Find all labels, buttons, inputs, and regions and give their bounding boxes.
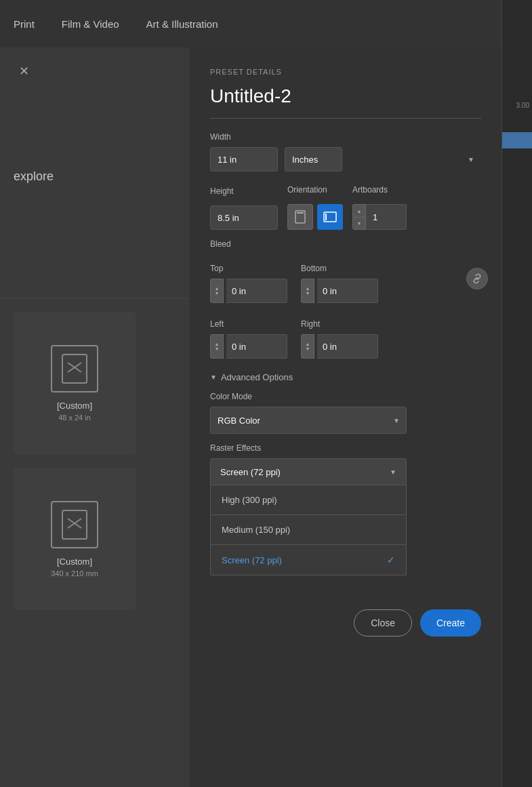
bleed-top-label: Top [210, 264, 287, 273]
bleed-right-label: Right [301, 319, 378, 329]
dialog-footer: Close Create [210, 596, 481, 637]
artboards-group: Artboards ▲ ▼ [352, 176, 407, 230]
bleed-left-spinner[interactable]: ▲ ▼ [210, 334, 224, 359]
preset-details-label: PRESET DETAILS [210, 68, 481, 76]
bleed-bottom-input-row: ▲ ▼ [301, 279, 378, 303]
bleed-left-input[interactable] [226, 334, 287, 359]
sidebar-divider [0, 298, 190, 299]
nav-print[interactable]: Print [14, 18, 35, 30]
left-sidebar: ✕ explore [Custom] 48 x 24 in [Custom] 3… [0, 47, 190, 787]
bleed-section: Bleed Top ▲ ▼ Bottom ▲ ▼ [210, 239, 481, 359]
svg-rect-9 [325, 214, 327, 220]
bleed-top-group: Top ▲ ▼ [210, 254, 287, 303]
bleed-left-group: Left ▲ ▼ [210, 310, 287, 359]
raster-option-high[interactable]: High (300 ppi) [211, 485, 406, 514]
raster-dropdown-selected[interactable]: Screen (72 ppi) ▼ [210, 458, 407, 485]
create-button[interactable]: Create [420, 609, 481, 637]
right-ruler: 3.00 [502, 0, 532, 787]
preset-card-2-label: [Custom] [57, 557, 92, 567]
unit-select-wrapper: Inches Pixels Millimeters Points [285, 147, 481, 171]
preset-card-2[interactable]: [Custom] 340 x 210 mm [14, 468, 136, 610]
bleed-bottom-label: Bottom [301, 264, 378, 273]
artboards-increment-btn[interactable]: ▲ [352, 204, 366, 217]
raster-option-screen-label: Screen (72 ppi) [222, 555, 282, 565]
artboards-label: Artboards [352, 185, 407, 195]
raster-check-icon: ✓ [387, 554, 395, 565]
raster-dropdown-list: High (300 ppi) Medium (150 ppi) Screen (… [210, 485, 407, 576]
artboards-spinner: ▲ ▼ [352, 204, 407, 230]
bleed-right-spinner[interactable]: ▲ ▼ [301, 334, 314, 359]
advanced-options-label: Advanced Options [221, 372, 293, 382]
svg-rect-0 [62, 355, 87, 383]
preset-card-1-icon [51, 345, 98, 392]
raster-option-high-label: High (300 ppi) [222, 495, 277, 505]
color-mode-section: Color Mode RGB Color CMYK Color ▼ [210, 392, 481, 434]
height-input[interactable] [210, 205, 278, 230]
bleed-top-input[interactable] [226, 279, 287, 303]
bleed-top-input-row: ▲ ▼ [210, 279, 287, 303]
raster-dropdown: Screen (72 ppi) ▼ High (300 ppi) Medium … [210, 458, 481, 576]
dialog-panel: PRESET DETAILS Untitled-2 Width Inches P… [190, 47, 502, 787]
bleed-bottom-spinner[interactable]: ▲ ▼ [301, 279, 314, 303]
preset-card-2-icon [51, 501, 98, 548]
bleed-label: Bleed [210, 239, 481, 249]
advanced-arrow-icon: ▼ [210, 374, 217, 381]
bleed-top-spinner[interactable]: ▲ ▼ [210, 279, 224, 303]
height-label: Height [210, 186, 278, 196]
raster-option-medium[interactable]: Medium (150 ppi) [211, 515, 406, 544]
width-label: Width [210, 132, 481, 142]
color-mode-label: Color Mode [210, 392, 481, 401]
artboards-spin-buttons: ▲ ▼ [352, 204, 366, 230]
bleed-link-btn[interactable] [466, 268, 488, 289]
orientation-label: Orientation [287, 185, 343, 195]
raster-chevron-icon: ▼ [390, 468, 396, 476]
close-icon[interactable]: ✕ [14, 61, 34, 81]
preset-card-1-label: [Custom] [57, 401, 92, 411]
bleed-right-input-row: ▲ ▼ [301, 334, 378, 359]
svg-rect-3 [62, 510, 87, 539]
nav-art-illustration[interactable]: Art & Illustration [146, 18, 218, 30]
portrait-orientation-btn[interactable] [287, 204, 313, 230]
advanced-options-toggle[interactable]: ▼ Advanced Options [210, 372, 481, 382]
height-orientation-row: Height Orientation [210, 176, 481, 230]
raster-label: Raster Effects [210, 443, 481, 453]
landscape-orientation-btn[interactable] [317, 204, 343, 230]
bleed-bottom-input[interactable] [317, 279, 378, 303]
raster-option-medium-label: Medium (150 ppi) [222, 525, 290, 535]
height-group: Height [210, 177, 278, 230]
ruler-highlight [502, 132, 532, 148]
raster-section: Raster Effects Screen (72 ppi) ▼ High (3… [210, 443, 481, 576]
width-input[interactable] [210, 147, 278, 171]
top-nav: Print Film & Video Art & Illustration [0, 0, 532, 47]
orientation-group: Orientation [287, 176, 343, 230]
width-row: Inches Pixels Millimeters Points [210, 147, 481, 171]
bleed-right-input[interactable] [317, 334, 378, 359]
artboards-input[interactable] [366, 204, 407, 230]
preset-card-1-sub: 48 x 24 in [58, 413, 91, 422]
svg-rect-7 [297, 212, 304, 214]
preset-title: Untitled-2 [210, 85, 481, 119]
color-mode-select[interactable]: RGB Color CMYK Color [210, 407, 407, 434]
artboards-decrement-btn[interactable]: ▼ [352, 217, 366, 230]
nav-film-video[interactable]: Film & Video [62, 18, 119, 30]
preset-card-1[interactable]: [Custom] 48 x 24 in [14, 312, 136, 454]
preset-card-2-sub: 340 x 210 mm [51, 569, 98, 578]
bleed-left-label: Left [210, 319, 287, 329]
raster-selected-value: Screen (72 ppi) [220, 467, 281, 477]
bleed-bottom-group: Bottom ▲ ▼ [301, 254, 378, 303]
bleed-right-group: Right ▲ ▼ [301, 310, 378, 359]
explore-label: explore [14, 169, 54, 184]
bleed-left-input-row: ▲ ▼ [210, 334, 287, 359]
raster-option-screen[interactable]: Screen (72 ppi) ✓ [211, 545, 406, 575]
close-button[interactable]: Close [354, 609, 412, 637]
unit-select[interactable]: Inches Pixels Millimeters Points [285, 147, 342, 171]
ruler-mark-300: 3.00 [516, 102, 529, 109]
